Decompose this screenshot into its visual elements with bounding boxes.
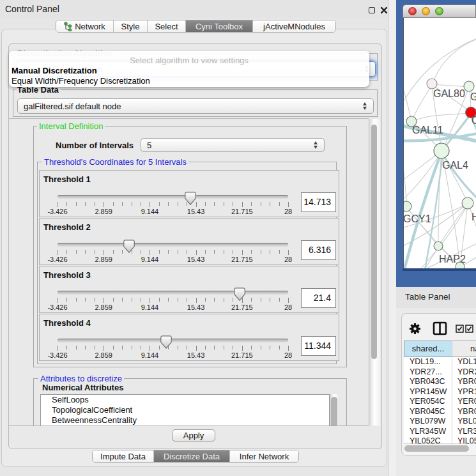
svg-text:GAL4: GAL4 xyxy=(442,160,468,171)
svg-text:GAL80: GAL80 xyxy=(433,88,465,99)
svg-text:HA: HA xyxy=(472,211,476,222)
svg-text:GA: GA xyxy=(470,91,476,102)
svg-text:CY: CY xyxy=(472,115,476,126)
svg-text:GCY1: GCY1 xyxy=(404,213,431,224)
svg-text:GAL11: GAL11 xyxy=(412,125,443,135)
svg-text:HAP2: HAP2 xyxy=(439,254,466,265)
